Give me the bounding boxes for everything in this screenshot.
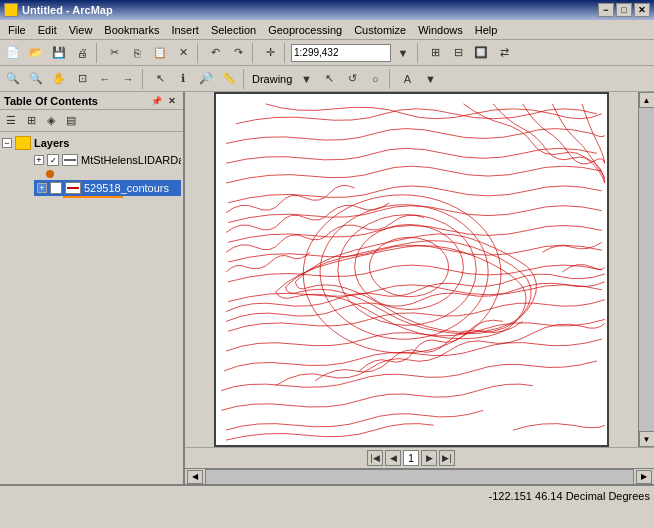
- draw-circle[interactable]: ○: [364, 68, 386, 90]
- toc-options[interactable]: ▤: [62, 112, 80, 130]
- menu-bar: File Edit View Bookmarks Insert Selectio…: [0, 20, 654, 40]
- separator2: [197, 43, 201, 63]
- drawing-dropdown[interactable]: ▼: [295, 68, 317, 90]
- redo-button[interactable]: ↷: [227, 42, 249, 64]
- scroll-track-right[interactable]: [639, 108, 655, 431]
- paste-button[interactable]: 📋: [149, 42, 171, 64]
- h-scroll-track[interactable]: [205, 469, 634, 485]
- pointer-tool[interactable]: ↖: [318, 68, 340, 90]
- bottom-scrollbar: ◀ ▶: [185, 468, 654, 484]
- menu-windows[interactable]: Windows: [412, 22, 469, 38]
- layer2-icon: [65, 182, 81, 194]
- scale-dropdown[interactable]: ▼: [392, 42, 414, 64]
- toc-close-button[interactable]: ✕: [165, 94, 179, 108]
- layers-label: Layers: [34, 137, 69, 149]
- coordinates-display: -122.151 46.14 Decimal Degrees: [489, 490, 650, 502]
- menu-help[interactable]: Help: [469, 22, 504, 38]
- layer1-icon: [62, 154, 78, 166]
- toc-title: Table Of Contents: [4, 95, 98, 107]
- scroll-right-button[interactable]: ▶: [636, 470, 652, 484]
- menu-view[interactable]: View: [63, 22, 99, 38]
- open-button[interactable]: 📂: [25, 42, 47, 64]
- layer1-checkbox[interactable]: ✓: [47, 154, 59, 166]
- zoom-out[interactable]: 🔍: [25, 68, 47, 90]
- standard-toolbar: 📄 📂 💾 🖨 ✂ ⎘ 📋 ✕ ↶ ↷ ✛ ▼ ⊞ ⊟ 🔲 ⇄: [0, 40, 654, 66]
- menu-customize[interactable]: Customize: [348, 22, 412, 38]
- toc-panel: Table Of Contents 📌 ✕ ☰ ⊞ ◈ ▤ − Layers +: [0, 92, 185, 484]
- toc-layers-group: − Layers: [2, 134, 181, 152]
- expand-layer2[interactable]: +: [37, 183, 47, 193]
- undo-button[interactable]: ↶: [204, 42, 226, 64]
- expand-layer1[interactable]: +: [34, 155, 44, 165]
- navigate-button[interactable]: ✛: [259, 42, 281, 64]
- layer2-checkbox[interactable]: ✓: [50, 182, 62, 194]
- menu-edit[interactable]: Edit: [32, 22, 63, 38]
- toc-pin-button[interactable]: 📌: [149, 94, 163, 108]
- layer2-underline: [63, 196, 123, 198]
- separator: [96, 43, 100, 63]
- status-bar: -122.151 46.14 Decimal Degrees: [0, 484, 654, 506]
- zoom-prev[interactable]: ←: [94, 68, 116, 90]
- map-outer: ▲ ▼ |◀ ◀ 1 ▶ ▶| ◀ ▶: [185, 92, 654, 484]
- separator4: [284, 43, 288, 63]
- title-bar: Untitled - ArcMap − □ ✕: [0, 0, 654, 20]
- full-extent[interactable]: ⊡: [71, 68, 93, 90]
- window-title: Untitled - ArcMap: [22, 4, 113, 16]
- minimize-button[interactable]: −: [598, 3, 614, 17]
- menu-bookmarks[interactable]: Bookmarks: [98, 22, 165, 38]
- page-next-button[interactable]: ▶: [421, 450, 437, 466]
- cut-button[interactable]: ✂: [103, 42, 125, 64]
- drawing-section: Drawing ▼: [250, 68, 317, 90]
- save-button[interactable]: 💾: [48, 42, 70, 64]
- toc-list-view[interactable]: ☰: [2, 112, 20, 130]
- select-tool[interactable]: ↖: [149, 68, 171, 90]
- zoom-in[interactable]: 🔍: [2, 68, 24, 90]
- scroll-left-button[interactable]: ◀: [187, 470, 203, 484]
- tool3[interactable]: 🔲: [470, 42, 492, 64]
- sep3: [389, 69, 393, 89]
- page-prev-button[interactable]: ◀: [385, 450, 401, 466]
- identify-tool[interactable]: ℹ: [172, 68, 194, 90]
- scroll-down-button[interactable]: ▼: [639, 431, 655, 447]
- layer1-point-icon: [46, 170, 54, 178]
- expand-layers[interactable]: −: [2, 138, 12, 148]
- measure-tool[interactable]: 📏: [218, 68, 240, 90]
- svg-point-2: [338, 215, 476, 326]
- copy-button[interactable]: ⎘: [126, 42, 148, 64]
- tool2[interactable]: ⊟: [447, 42, 469, 64]
- layer2-label: 529518_contours: [84, 182, 169, 194]
- toc-layer2[interactable]: + ✓ 529518_contours: [34, 180, 181, 196]
- toc-layer1[interactable]: + ✓ MtStHelensLIDARData.t: [34, 152, 181, 168]
- menu-selection[interactable]: Selection: [205, 22, 262, 38]
- toc-source-view[interactable]: ⊞: [22, 112, 40, 130]
- pan-tool[interactable]: ✋: [48, 68, 70, 90]
- main-area: Table Of Contents 📌 ✕ ☰ ⊞ ◈ ▤ − Layers +: [0, 92, 654, 484]
- delete-button[interactable]: ✕: [172, 42, 194, 64]
- page-last-button[interactable]: ▶|: [439, 450, 455, 466]
- menu-geoprocessing[interactable]: Geoprocessing: [262, 22, 348, 38]
- zoom-next[interactable]: →: [117, 68, 139, 90]
- scroll-up-button[interactable]: ▲: [639, 92, 655, 108]
- find-tool[interactable]: 🔎: [195, 68, 217, 90]
- drawing-label: Drawing: [250, 73, 294, 85]
- app-icon: [4, 3, 18, 17]
- new-button[interactable]: 📄: [2, 42, 24, 64]
- maximize-button[interactable]: □: [616, 3, 632, 17]
- tool1[interactable]: ⊞: [424, 42, 446, 64]
- menu-insert[interactable]: Insert: [165, 22, 205, 38]
- window-controls: − □ ✕: [598, 3, 650, 17]
- tool4[interactable]: ⇄: [493, 42, 515, 64]
- scale-input[interactable]: [291, 44, 391, 62]
- toc-visibility-view[interactable]: ◈: [42, 112, 60, 130]
- text-dropdown[interactable]: ▼: [419, 68, 441, 90]
- close-button[interactable]: ✕: [634, 3, 650, 17]
- page-first-button[interactable]: |◀: [367, 450, 383, 466]
- layers-folder-icon: [15, 136, 31, 150]
- sep2: [243, 69, 247, 89]
- menu-file[interactable]: File: [2, 22, 32, 38]
- toc-content: − Layers + ✓ MtStHelensLIDARData.t: [0, 132, 183, 484]
- print-button[interactable]: 🖨: [71, 42, 93, 64]
- text-tool[interactable]: A: [396, 68, 418, 90]
- rotate-tool[interactable]: ↺: [341, 68, 363, 90]
- layer1-legend: [46, 168, 181, 180]
